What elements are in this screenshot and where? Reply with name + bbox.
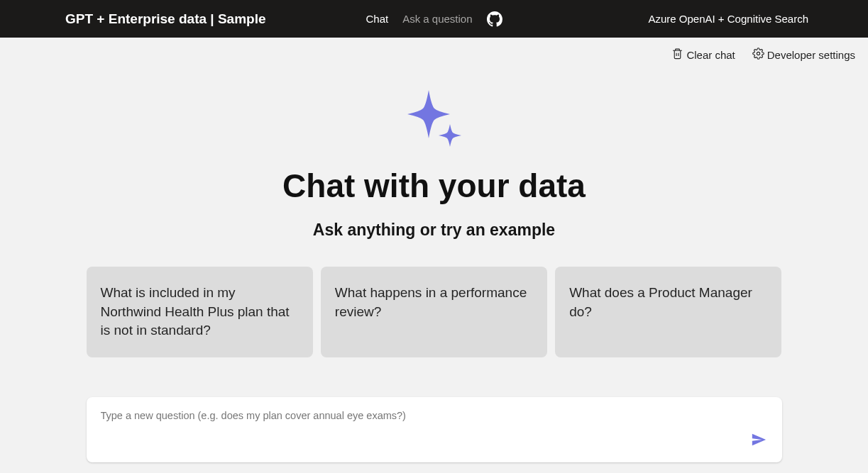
example-card[interactable]: What does a Product Manager do?	[555, 267, 781, 357]
header-nav: Chat Ask a question	[366, 11, 502, 27]
gear-icon	[752, 48, 764, 62]
main-content: Chat with your data Ask anything or try …	[0, 72, 868, 462]
send-button[interactable]	[748, 429, 769, 452]
github-icon[interactable]	[487, 11, 502, 27]
page-headline: Chat with your data	[282, 167, 586, 205]
question-input-container	[87, 397, 782, 462]
app-title: GPT + Enterprise data | Sample	[65, 11, 266, 27]
clear-chat-label: Clear chat	[686, 49, 735, 61]
send-icon	[751, 439, 767, 450]
trash-icon	[671, 48, 683, 62]
nav-ask[interactable]: Ask a question	[402, 13, 472, 25]
developer-settings-label: Developer settings	[767, 49, 855, 61]
clear-chat-button[interactable]: Clear chat	[671, 48, 735, 62]
example-list: What is included in my Northwind Health …	[87, 267, 782, 357]
toolbar: Clear chat Developer settings	[0, 38, 868, 72]
question-input[interactable]	[101, 408, 769, 433]
svg-point-0	[757, 52, 759, 55]
nav-chat[interactable]: Chat	[366, 13, 388, 25]
sparkle-icon	[399, 84, 470, 155]
example-card[interactable]: What happens in a performance review?	[321, 267, 547, 357]
header-tagline: Azure OpenAI + Cognitive Search	[648, 13, 854, 25]
example-card[interactable]: What is included in my Northwind Health …	[87, 267, 313, 357]
page-subhead: Ask anything or try an example	[313, 221, 555, 240]
developer-settings-button[interactable]: Developer settings	[752, 48, 855, 62]
app-header: GPT + Enterprise data | Sample Chat Ask …	[0, 0, 868, 38]
